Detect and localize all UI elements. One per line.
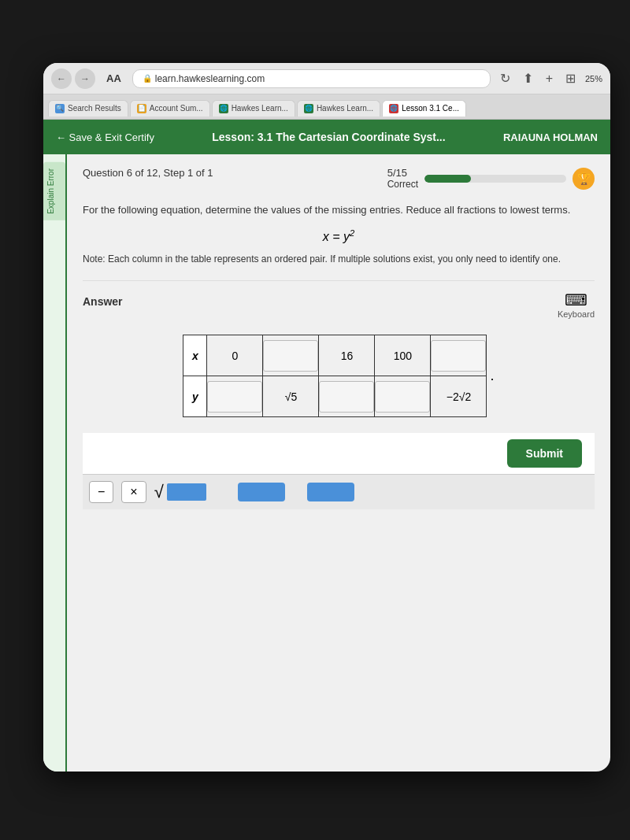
table-row-x: x 0 16 100 xyxy=(183,335,487,376)
tabs-bar: 🔍 Search Results 📄 Account Sum... 🌐 Hawk… xyxy=(43,94,610,120)
progress-badge: 🏆 xyxy=(573,168,595,190)
x-val-3: 100 xyxy=(375,335,431,376)
tab-hawkes-1[interactable]: 🌐 Hawkes Learn... xyxy=(212,100,295,117)
submit-section: Submit xyxy=(83,433,595,474)
blue-block-2 xyxy=(307,483,354,501)
y-input-field-3[interactable] xyxy=(375,381,430,413)
aa-label: AA xyxy=(102,72,126,84)
ipad-frame: ← → AA 🔒 learn.hawkeslearning.com ↻ ⬆ + … xyxy=(43,63,610,772)
bottom-keyboard: − × √ xyxy=(83,474,595,509)
table-row-y: y √5 xyxy=(183,376,487,417)
score-text: 5/15 xyxy=(387,167,418,179)
browser-toolbar: ← → AA 🔒 learn.hawkeslearning.com ↻ ⬆ + … xyxy=(43,63,610,94)
y-val-1: √5 xyxy=(263,376,319,417)
sqrt-display: √ xyxy=(154,483,206,501)
back-button[interactable]: ← xyxy=(51,68,72,89)
x-input-field-4[interactable] xyxy=(431,340,486,372)
answer-table: x 0 16 100 xyxy=(183,335,487,417)
sqrt-input-box[interactable] xyxy=(167,483,206,501)
student-name: RAIAUNA HOLMAN xyxy=(503,131,598,143)
tabs-button[interactable]: ⊞ xyxy=(562,69,579,87)
explain-error-button[interactable]: Explain Error xyxy=(43,162,65,220)
x-label: x xyxy=(183,335,207,376)
question-info: Question 6 of 12, Step 1 of 1 xyxy=(83,167,213,179)
sqrt-symbol: √ xyxy=(154,483,164,501)
url-text: learn.hawkeslearning.com xyxy=(155,73,265,84)
progress-fill xyxy=(424,175,471,183)
tab-hawkes-2[interactable]: 🌐 Hawkes Learn... xyxy=(297,100,380,117)
answer-label: Answer xyxy=(83,295,123,308)
minus-key[interactable]: − xyxy=(89,481,113,503)
y-label: y xyxy=(183,376,207,417)
lock-icon: 🔒 xyxy=(143,74,152,83)
green-header: ← Save & Exit Certify Lesson: 3.1 The Ca… xyxy=(43,120,610,154)
y-val-4: −2√2 xyxy=(431,376,487,417)
correct-text: Correct xyxy=(387,179,418,190)
x-input-field-1[interactable] xyxy=(263,340,318,372)
battery-info: 25% xyxy=(585,74,602,83)
y-input-field-0[interactable] xyxy=(207,381,262,413)
content-with-sidebar: Explain Error Question 6 of 12, Step 1 o… xyxy=(43,154,610,772)
y-input-2[interactable] xyxy=(319,376,375,417)
blue-block-1 xyxy=(238,483,285,501)
period-dot: . xyxy=(490,368,494,384)
x-val-2: 16 xyxy=(319,335,375,376)
score-section: 5/15 Correct 🏆 xyxy=(387,167,595,190)
problem-text: For the following equation, determine th… xyxy=(83,202,595,219)
forward-button[interactable]: → xyxy=(75,68,95,89)
progress-bar xyxy=(424,175,566,183)
y-input-3[interactable] xyxy=(375,376,431,417)
submit-button[interactable]: Submit xyxy=(507,439,582,468)
y-input-field-2[interactable] xyxy=(319,381,374,413)
save-exit-button[interactable]: ← Save & Exit Certify xyxy=(56,131,154,143)
add-tab-button[interactable]: + xyxy=(543,70,556,87)
tab-account-sum[interactable]: 📄 Account Sum... xyxy=(130,100,210,117)
x-input-1[interactable] xyxy=(263,335,319,376)
main-content: Question 6 of 12, Step 1 of 1 5/15 Corre… xyxy=(67,154,610,772)
tab-lesson-active[interactable]: 🌐 Lesson 3.1 Ce... xyxy=(382,100,466,117)
save-exit-label: ← Save & Exit Certify xyxy=(56,131,154,143)
answer-table-wrapper: x 0 16 100 xyxy=(83,335,595,417)
x-val-0: 0 xyxy=(207,335,263,376)
times-key[interactable]: × xyxy=(121,481,146,503)
left-sidebar: Explain Error xyxy=(43,154,67,772)
share-button[interactable]: ⬆ xyxy=(520,69,536,87)
nav-buttons: ← → xyxy=(51,68,95,89)
lesson-title: Lesson: 3.1 The Cartesian Coordinate Sys… xyxy=(212,131,445,143)
y-input-0[interactable] xyxy=(207,376,263,417)
url-bar[interactable]: 🔒 learn.hawkeslearning.com xyxy=(132,69,491,88)
keyboard-button[interactable]: ⌨ Keyboard xyxy=(558,290,595,319)
tab-search-results[interactable]: 🔍 Search Results xyxy=(48,100,128,117)
x-input-4[interactable] xyxy=(431,335,487,376)
question-header: Question 6 of 12, Step 1 of 1 5/15 Corre… xyxy=(83,167,595,190)
reload-button[interactable]: ↻ xyxy=(497,69,513,87)
note-text: Note: Each column in the table represent… xyxy=(83,253,595,265)
equation-display: x = y2 xyxy=(83,228,595,244)
answer-section: Answer ⌨ Keyboard x 0 xyxy=(83,280,595,417)
